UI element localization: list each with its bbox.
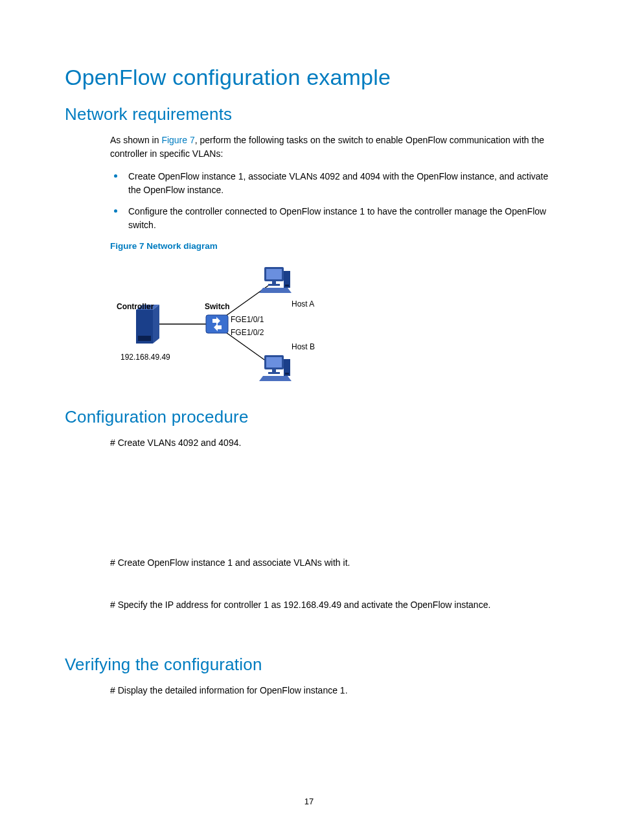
- svg-rect-13: [268, 284, 280, 286]
- diagram-svg: [110, 259, 311, 389]
- section-heading-configuration-procedure: Configuration procedure: [65, 407, 560, 427]
- network-requirements-body: As shown in Figure 7, perform the follow…: [110, 134, 560, 389]
- section-heading-verifying: Verifying the configuration: [65, 655, 560, 675]
- procedure-step: # Create VLANs 4092 and 4094.: [110, 436, 560, 450]
- diagram-label-switch: Switch: [205, 301, 230, 312]
- diagram-label-port1: FGE1/0/1: [231, 314, 264, 325]
- svg-marker-5: [153, 305, 159, 344]
- verifying-body: # Display the detailed information for O…: [110, 684, 560, 697]
- configuration-procedure-body: # Create VLANs 4092 and 4094. # Create O…: [110, 436, 560, 633]
- host-a-icon: [259, 267, 292, 293]
- svg-rect-18: [266, 357, 282, 368]
- svg-marker-16: [259, 288, 292, 293]
- diagram-label-controller: Controller: [117, 301, 154, 312]
- svg-marker-23: [259, 376, 292, 381]
- svg-rect-15: [285, 285, 289, 286]
- svg-rect-12: [272, 281, 276, 284]
- diagram-label-host-a: Host A: [292, 298, 314, 310]
- svg-rect-22: [285, 373, 289, 375]
- network-diagram: Controller Switch Host A Host B FGE1/0/1…: [110, 259, 311, 389]
- procedure-step: # Specify the IP address for controller …: [110, 598, 560, 612]
- diagram-label-port2: FGE1/0/2: [231, 327, 264, 338]
- svg-rect-19: [272, 369, 276, 372]
- verifying-step: # Display the detailed information for O…: [110, 684, 560, 697]
- list-item: Create OpenFlow instance 1, associate VL…: [110, 170, 560, 197]
- svg-rect-20: [268, 372, 280, 374]
- page-number: 17: [0, 797, 618, 806]
- intro-paragraph: As shown in Figure 7, perform the follow…: [110, 134, 560, 161]
- requirements-list: Create OpenFlow instance 1, associate VL…: [110, 170, 560, 232]
- intro-text-before: As shown in: [110, 135, 161, 145]
- page-title: OpenFlow configuration example: [65, 65, 560, 90]
- section-heading-network-requirements: Network requirements: [65, 104, 560, 124]
- figure-7-link[interactable]: Figure 7: [161, 135, 194, 145]
- list-item: Configure the controller connected to Op…: [110, 205, 560, 232]
- switch-icon: [206, 315, 228, 333]
- procedure-step: # Create OpenFlow instance 1 and associa…: [110, 556, 560, 570]
- svg-rect-6: [138, 336, 151, 341]
- figure-caption: Figure 7 Network diagram: [110, 240, 560, 253]
- page: OpenFlow configuration example Network r…: [0, 0, 618, 840]
- svg-rect-11: [266, 269, 282, 279]
- diagram-label-controller-ip: 192.168.49.49: [120, 351, 170, 363]
- diagram-label-host-b: Host B: [292, 341, 315, 353]
